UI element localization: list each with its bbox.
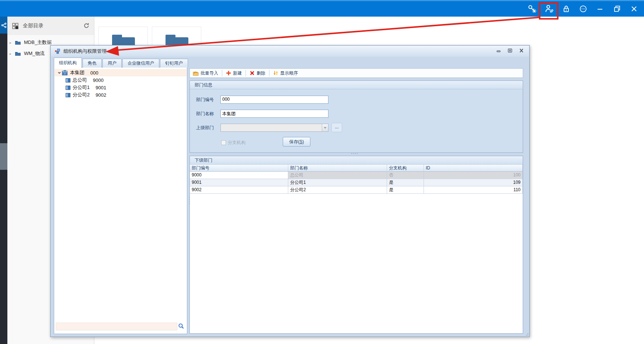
- tab-roles[interactable]: 角色: [83, 59, 102, 68]
- toolbar-separator: [246, 70, 246, 76]
- workspace-icon[interactable]: [0, 17, 7, 34]
- restore-icon[interactable]: [612, 3, 623, 14]
- new-button[interactable]: 新建: [223, 69, 245, 77]
- tab-dingtalk-users[interactable]: 钉钉用户: [160, 59, 188, 68]
- save-button[interactable]: 保存(S): [283, 137, 310, 147]
- delete-button[interactable]: 删除: [247, 69, 268, 77]
- annotation-highlight-box: [539, 2, 558, 20]
- cell-branch[interactable]: 是: [387, 186, 424, 193]
- tree-row-child[interactable]: 分公司1 9001: [55, 84, 187, 91]
- cell-dept-code[interactable]: 9000: [190, 172, 288, 179]
- dept-toolbar: 批量导入 新建 删除 显示顺序: [189, 68, 523, 78]
- column-header[interactable]: 分支机构: [387, 165, 424, 172]
- cell-dept-code[interactable]: 9002: [190, 186, 288, 193]
- close-icon[interactable]: [629, 3, 640, 14]
- tree-node-label: 本集团: [70, 69, 84, 76]
- toolbar-label: 批量导入: [201, 70, 218, 76]
- expand-caret-icon[interactable]: ▸: [10, 52, 15, 56]
- sidebar-item-label: WM_物流: [24, 50, 45, 57]
- sub-dept-group: 下级部门 部门编号 部门名称 分支机构 ID 9000 总公司 否 100 90…: [189, 156, 523, 334]
- save-label: ): [303, 139, 304, 144]
- toolbar-label: 新建: [233, 70, 242, 76]
- dept-info-group: 部门信息 部门编号 000 部门名称 本集团 上级部门 ... 分支机构 保: [189, 80, 523, 153]
- column-header[interactable]: 部门编号: [190, 165, 288, 172]
- dialog-close-icon[interactable]: [519, 48, 524, 53]
- dept-code-input[interactable]: 000: [220, 96, 328, 104]
- catalog-header: 全部目录: [7, 17, 94, 35]
- tree-node-label: 分公司2: [73, 92, 90, 98]
- app-edge-strip: [0, 17, 7, 344]
- dialog-titlebar[interactable]: 组织机构与权限管理: [51, 46, 529, 57]
- table-row[interactable]: 9000 总公司 否 100: [190, 172, 523, 179]
- tab-org-structure[interactable]: 组织机构: [54, 58, 82, 68]
- table-header-row: 部门编号 部门名称 分支机构 ID: [190, 165, 523, 172]
- cell-id[interactable]: 100: [424, 172, 523, 179]
- table-row[interactable]: 9001 分公司1 是 109: [190, 179, 523, 186]
- org-node-icon: [66, 93, 70, 97]
- dialog-maximize-icon[interactable]: [508, 48, 512, 53]
- group-title: 部门信息: [190, 81, 523, 89]
- dialog-minimize-icon[interactable]: [496, 48, 501, 53]
- tree-node-label: 分公司1: [73, 84, 90, 91]
- branch-checkbox[interactable]: [221, 140, 226, 145]
- refresh-icon[interactable]: [83, 23, 90, 30]
- tree-search-input[interactable]: [56, 323, 177, 330]
- horizontal-splitter[interactable]: [351, 153, 358, 154]
- toolbar-label: 删除: [257, 70, 265, 76]
- collapse-caret-icon[interactable]: [57, 71, 62, 75]
- application-window: 全部目录 ▸ MDB_主数据 ▸ WM_物流: [0, 0, 644, 344]
- cell-branch[interactable]: 否: [387, 172, 424, 179]
- cell-id[interactable]: 110: [424, 186, 523, 193]
- key-settings-icon[interactable]: [527, 3, 538, 14]
- column-header[interactable]: 部门名称: [288, 165, 387, 172]
- org-permission-dialog: 组织机构与权限管理 组织机构 角色 用户 企业微信用户 钉钉用户: [50, 45, 530, 337]
- tree-row-child[interactable]: 总公司 9000: [55, 76, 187, 84]
- save-label: 保存(: [289, 139, 299, 144]
- tree-node-code: 000: [90, 70, 98, 76]
- tree-row-root[interactable]: 本集团 000: [55, 69, 187, 76]
- cell-dept-name[interactable]: 分公司2: [288, 186, 387, 193]
- parent-dept-combobox[interactable]: [220, 124, 328, 132]
- tree-node-code: 9000: [93, 78, 104, 83]
- browse-button[interactable]: ...: [331, 123, 342, 132]
- display-order-button[interactable]: 显示顺序: [270, 69, 301, 77]
- import-icon: [193, 70, 199, 76]
- more-icon[interactable]: [578, 3, 589, 14]
- strip-scroll-thumb[interactable]: [0, 143, 7, 170]
- folder-icon: [15, 40, 21, 45]
- minimize-icon[interactable]: [595, 3, 606, 14]
- expand-caret-icon[interactable]: ▸: [10, 41, 15, 45]
- org-node-icon: [66, 85, 70, 90]
- parent-dept-label: 上级部门: [196, 125, 214, 131]
- dialog-title: 组织机构与权限管理: [63, 48, 107, 55]
- batch-import-button[interactable]: 批量导入: [190, 69, 221, 77]
- chevron-down-icon[interactable]: [322, 124, 328, 131]
- column-header[interactable]: ID: [424, 165, 523, 172]
- dept-name-label: 部门名称: [196, 111, 214, 117]
- cell-branch[interactable]: 是: [387, 179, 424, 186]
- folder-icon: [15, 51, 21, 56]
- sort-order-icon: [273, 70, 278, 76]
- tab-users[interactable]: 用户: [102, 59, 122, 68]
- cell-dept-name[interactable]: 总公司: [288, 172, 387, 179]
- dialog-tabs: 组织机构 角色 用户 企业微信用户 钉钉用户: [54, 57, 189, 68]
- resize-grip[interactable]: [525, 332, 528, 336]
- dept-code-label: 部门编号: [196, 97, 214, 103]
- cell-dept-name[interactable]: 分公司1: [288, 179, 387, 186]
- toolbar-separator: [269, 70, 269, 76]
- lock-icon[interactable]: [561, 3, 572, 14]
- dept-name-input[interactable]: 本集团: [220, 110, 328, 118]
- org-tree-panel: 本集团 000 总公司 9000 分公司1 9001: [54, 67, 187, 334]
- org-node-icon: [66, 78, 70, 83]
- sidebar-item-label: MDB_主数据: [24, 39, 52, 46]
- search-icon[interactable]: [178, 323, 184, 330]
- table-row[interactable]: 9002 分公司2 是 110: [190, 186, 523, 194]
- tree-row-child[interactable]: 分公司2 9002: [55, 91, 187, 99]
- tab-wecom-users[interactable]: 企业微信用户: [122, 59, 159, 68]
- tree-node-code: 9002: [95, 92, 106, 98]
- tree-node-code: 9001: [95, 85, 106, 90]
- cell-dept-code[interactable]: 9001: [190, 179, 288, 186]
- cell-id[interactable]: 109: [424, 179, 523, 186]
- delete-x-icon: [250, 70, 255, 76]
- toolbar-separator: [222, 70, 222, 76]
